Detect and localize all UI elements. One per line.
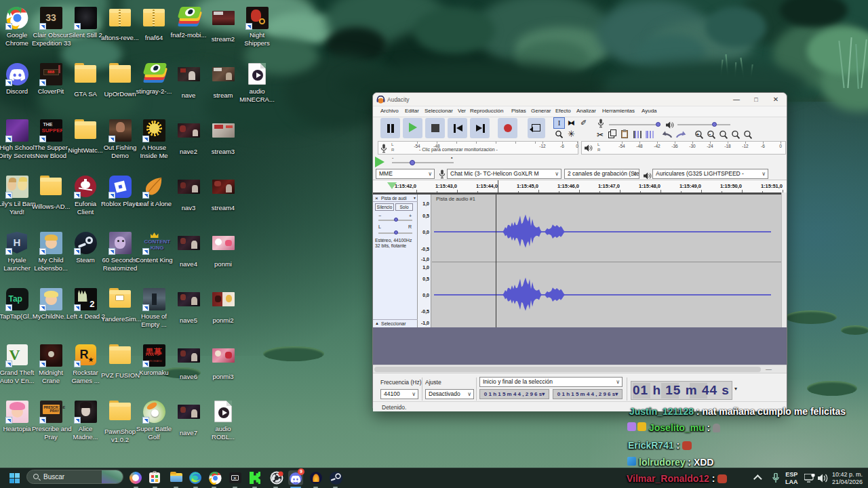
svg-text:-: -	[709, 131, 711, 138]
svg-text:+: +	[696, 131, 700, 138]
